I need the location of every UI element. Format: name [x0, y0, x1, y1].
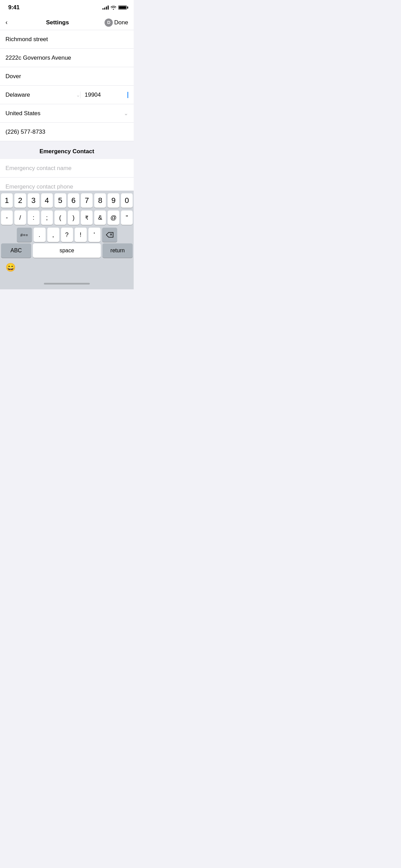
key-ampersand[interactable]: &	[94, 210, 106, 225]
status-time: 9:41	[8, 4, 20, 11]
scroll-content: Richmond street 2222c Governors Avenue D…	[0, 30, 134, 210]
keyboard-row-numbers: 1 2 3 4 5 6 7 8 9 0	[1, 193, 133, 208]
nav-bar: ‹ Settings D Done	[0, 15, 134, 30]
key-1[interactable]: 1	[1, 193, 13, 208]
key-5[interactable]: 5	[54, 193, 66, 208]
key-space[interactable]: space	[33, 243, 101, 258]
emergency-name-input[interactable]	[5, 165, 128, 172]
state-zip-row: Delaware ⌄ 19904	[0, 86, 134, 104]
key-hashplus[interactable]: #+=	[17, 228, 32, 242]
emergency-section-title: Emergency Contact	[39, 148, 94, 155]
address2-field[interactable]: 2222c Governors Avenue	[0, 49, 134, 67]
battery-icon	[118, 5, 127, 10]
country-dropdown-arrow: ⌄	[124, 110, 128, 117]
key-delete[interactable]	[102, 228, 117, 242]
keyboard-bottom-row: ABC space return	[0, 243, 134, 261]
text-cursor	[127, 92, 128, 98]
done-label: Done	[114, 19, 128, 26]
keyboard: 1 2 3 4 5 6 7 8 9 0 - / : ; ( ) ₹ & @ " …	[0, 191, 134, 289]
keyboard-emoji-bar: 😄	[0, 261, 134, 278]
page-title: Settings	[46, 19, 69, 26]
city-field[interactable]: Dover	[0, 67, 134, 86]
key-3[interactable]: 3	[28, 193, 39, 208]
key-closeparen[interactable]: )	[68, 210, 80, 225]
country-field[interactable]: United States ⌄	[0, 104, 134, 123]
street-value: Richmond street	[5, 36, 128, 43]
home-bar	[44, 283, 90, 285]
emergency-name-field[interactable]	[0, 159, 134, 178]
signal-icon	[102, 5, 109, 10]
phone-field[interactable]: (226) 577-8733	[0, 123, 134, 141]
keyboard-row-symbols: - / : ; ( ) ₹ & @ "	[1, 210, 133, 225]
key-semicolon[interactable]: ;	[41, 210, 53, 225]
done-button[interactable]: D Done	[105, 19, 128, 27]
key-comma[interactable]: ,	[47, 228, 59, 242]
key-dash[interactable]: -	[1, 210, 13, 225]
key-abc[interactable]: ABC	[1, 243, 31, 258]
key-6[interactable]: 6	[68, 193, 80, 208]
key-9[interactable]: 9	[108, 193, 119, 208]
key-colon[interactable]: :	[28, 210, 39, 225]
city-value: Dover	[5, 73, 128, 80]
key-at[interactable]: @	[108, 210, 119, 225]
state-field[interactable]: Delaware ⌄	[5, 92, 80, 98]
emoji-button[interactable]: 😄	[5, 263, 16, 272]
key-0[interactable]: 0	[121, 193, 133, 208]
emergency-phone-input[interactable]	[5, 183, 128, 190]
wifi-icon	[111, 5, 116, 10]
address2-value: 2222c Governors Avenue	[5, 55, 128, 61]
key-quote[interactable]: "	[121, 210, 133, 225]
key-apostrophe[interactable]: '	[88, 228, 100, 242]
key-question[interactable]: ?	[61, 228, 73, 242]
key-4[interactable]: 4	[41, 193, 53, 208]
street-field[interactable]: Richmond street	[0, 30, 134, 49]
status-icons	[102, 5, 127, 10]
country-value: United States	[5, 110, 124, 117]
key-openparen[interactable]: (	[54, 210, 66, 225]
key-slash[interactable]: /	[14, 210, 26, 225]
key-2[interactable]: 2	[14, 193, 26, 208]
zip-field[interactable]: 19904	[80, 92, 128, 98]
key-exclaim[interactable]: !	[75, 228, 87, 242]
done-avatar: D	[105, 19, 113, 27]
status-bar: 9:41	[0, 0, 134, 15]
state-value: Delaware	[5, 92, 73, 98]
zip-value: 19904	[85, 92, 127, 98]
emergency-section-header: Emergency Contact	[0, 141, 134, 159]
keyboard-row-special: #+= . , ? ! '	[1, 228, 133, 242]
key-7[interactable]: 7	[81, 193, 93, 208]
key-8[interactable]: 8	[94, 193, 106, 208]
back-button[interactable]: ‹	[3, 16, 10, 29]
key-rupee[interactable]: ₹	[81, 210, 93, 225]
home-indicator	[0, 278, 134, 289]
key-period[interactable]: .	[34, 228, 46, 242]
key-return[interactable]: return	[102, 243, 133, 258]
state-dropdown-arrow: ⌄	[76, 92, 80, 98]
phone-value: (226) 577-8733	[5, 129, 128, 135]
